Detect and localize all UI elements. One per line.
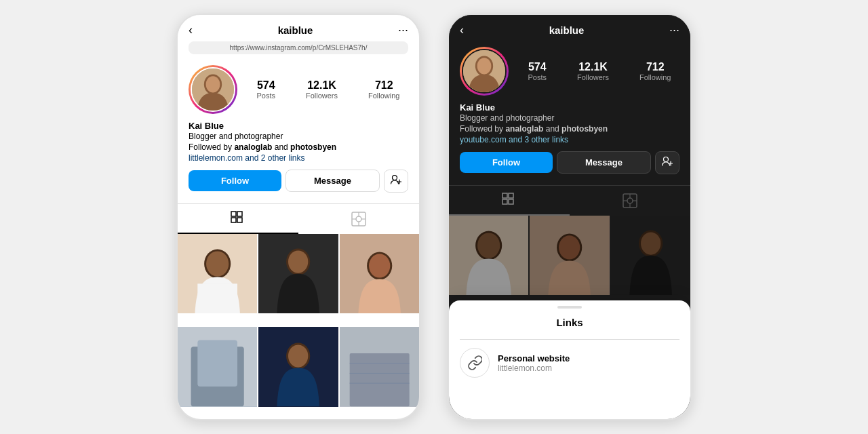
message-button-right[interactable]: Message xyxy=(557,151,651,174)
photo-cell-3-right[interactable] xyxy=(611,216,690,295)
posts-label-right: Posts xyxy=(528,73,547,81)
posts-label-left: Posts xyxy=(256,92,275,100)
svg-point-31 xyxy=(288,345,308,368)
svg-point-2 xyxy=(206,76,220,92)
avatar-inner-right xyxy=(462,49,507,94)
left-phone: ‹ kaiblue ··· https://www.instagram.com/… xyxy=(176,14,420,420)
photo-cell-2-right[interactable] xyxy=(530,216,609,295)
svg-point-58 xyxy=(559,235,580,259)
back-icon-right[interactable]: ‹ xyxy=(460,23,464,37)
svg-rect-19 xyxy=(197,283,237,313)
followers-number-right: 12.1K xyxy=(578,61,608,73)
svg-rect-44 xyxy=(509,193,513,198)
svg-point-39 xyxy=(477,58,492,74)
username-left: kaiblue xyxy=(278,24,313,36)
svg-rect-45 xyxy=(502,199,507,204)
top-nav-right: ‹ kaiblue ··· xyxy=(449,15,690,41)
svg-point-48 xyxy=(627,198,633,203)
tab-tag-right[interactable] xyxy=(570,186,690,216)
bio-section-left: Kai Blue Blogger and photographer Follow… xyxy=(189,121,408,163)
photo-grid-left xyxy=(178,234,419,419)
avatar-right xyxy=(460,47,509,96)
stat-following-left[interactable]: 712 Following xyxy=(368,79,399,100)
profile-header-right: 574 Posts 12.1K Followers 712 Following xyxy=(460,47,679,96)
svg-rect-7 xyxy=(237,212,242,216)
svg-point-3 xyxy=(393,176,397,180)
add-friend-button-left[interactable] xyxy=(384,170,408,193)
message-button-left[interactable]: Message xyxy=(285,170,380,192)
svg-point-40 xyxy=(664,157,669,162)
link-text-block: Personal website littlelemon.com xyxy=(498,353,570,373)
stats-row-right: 574 Posts 12.1K Followers 712 Following xyxy=(519,61,679,81)
username-right: kaiblue xyxy=(549,24,585,36)
bottom-sheet: Links Personal website littlelemon.com xyxy=(449,300,690,419)
svg-rect-33 xyxy=(349,354,409,407)
stat-following-right[interactable]: 712 Following xyxy=(639,61,671,81)
posts-number-right: 574 xyxy=(528,61,547,73)
bio-link-right[interactable]: youtube.com and 3 other links xyxy=(460,135,679,144)
link-url: littlelemon.com xyxy=(498,363,570,373)
svg-rect-46 xyxy=(509,199,513,204)
more-icon-left[interactable]: ··· xyxy=(398,23,408,37)
profile-section-left: 574 Posts 12.1K Followers 712 Following … xyxy=(178,60,419,201)
photo-cell-5-left[interactable] xyxy=(258,327,338,406)
bio-section-right: Kai Blue Blogger and photographer Follow… xyxy=(460,102,679,144)
svg-point-25 xyxy=(369,254,390,277)
add-friend-button-right[interactable] xyxy=(655,151,679,174)
following-label-left: Following xyxy=(368,92,399,100)
top-nav-left: ‹ kaiblue ··· xyxy=(178,15,419,41)
photo-cell-1-right[interactable] xyxy=(449,216,528,295)
follow-button-right[interactable]: Follow xyxy=(460,152,553,173)
bio-link-left[interactable]: littlelemon.com and 2 other links xyxy=(189,153,408,163)
bio-desc-left: Blogger and photographer xyxy=(189,131,408,142)
following-number-right: 712 xyxy=(646,61,665,73)
grid-icon-left xyxy=(231,211,245,226)
svg-rect-8 xyxy=(231,218,236,222)
bio-name-right: Kai Blue xyxy=(460,102,679,113)
sheet-handle xyxy=(557,306,582,309)
more-icon-right[interactable]: ··· xyxy=(669,23,679,37)
back-icon-left[interactable]: ‹ xyxy=(189,23,193,37)
profile-header-left: 574 Posts 12.1K Followers 712 Following xyxy=(189,65,408,114)
stat-followers-right[interactable]: 12.1K Followers xyxy=(577,61,609,81)
svg-rect-9 xyxy=(237,218,242,222)
tab-grid-left[interactable] xyxy=(178,204,298,234)
link-title: Personal website xyxy=(498,353,570,363)
tab-grid-right[interactable] xyxy=(449,186,570,216)
svg-point-22 xyxy=(288,250,308,273)
tag-icon-left xyxy=(351,212,366,226)
photo-cell-3-left[interactable] xyxy=(340,234,419,313)
sheet-title: Links xyxy=(460,317,679,328)
stat-posts-left[interactable]: 574 Posts xyxy=(256,79,275,100)
svg-rect-28 xyxy=(197,340,237,387)
stat-followers-left[interactable]: 12.1K Followers xyxy=(306,79,338,100)
followers-label-right: Followers xyxy=(577,73,609,81)
photo-cell-2-left[interactable] xyxy=(258,234,338,313)
photo-cell-6-left[interactable] xyxy=(340,327,419,406)
tab-tag-left[interactable] xyxy=(298,204,419,234)
divider-sheet xyxy=(460,339,679,340)
link-icon-wrapper xyxy=(460,348,490,378)
add-person-icon-left xyxy=(391,175,401,186)
url-bar-left: https://www.instagram.com/p/CrMSLEHAS7h/ xyxy=(189,41,408,54)
photo-cell-1-left[interactable] xyxy=(178,234,257,313)
avatar-inner-left xyxy=(191,67,235,112)
link-icon xyxy=(467,355,482,370)
link-row[interactable]: Personal website littlelemon.com xyxy=(460,348,679,378)
followers-label-left: Followers xyxy=(306,92,338,100)
svg-point-18 xyxy=(206,251,229,276)
action-row-left: Follow Message xyxy=(189,170,408,193)
svg-point-61 xyxy=(641,232,660,254)
posts-number-left: 574 xyxy=(257,79,275,92)
profile-section-right: 574 Posts 12.1K Followers 712 Following … xyxy=(449,41,690,182)
bio-name-left: Kai Blue xyxy=(189,121,408,131)
action-row-right: Follow Message xyxy=(460,151,679,174)
follow-button-left[interactable]: Follow xyxy=(189,170,281,191)
photo-cell-4-left[interactable] xyxy=(178,327,257,406)
stat-posts-right[interactable]: 574 Posts xyxy=(528,61,547,81)
svg-rect-6 xyxy=(231,212,236,216)
right-phone: ‹ kaiblue ··· 574 Posts xyxy=(448,14,692,420)
bio-desc-right: Blogger and photographer xyxy=(460,113,679,124)
bio-followed-right: Followed by analoglab and photosbyen xyxy=(460,124,679,134)
bio-followed-left: Followed by analoglab and photosbyen xyxy=(189,142,408,152)
